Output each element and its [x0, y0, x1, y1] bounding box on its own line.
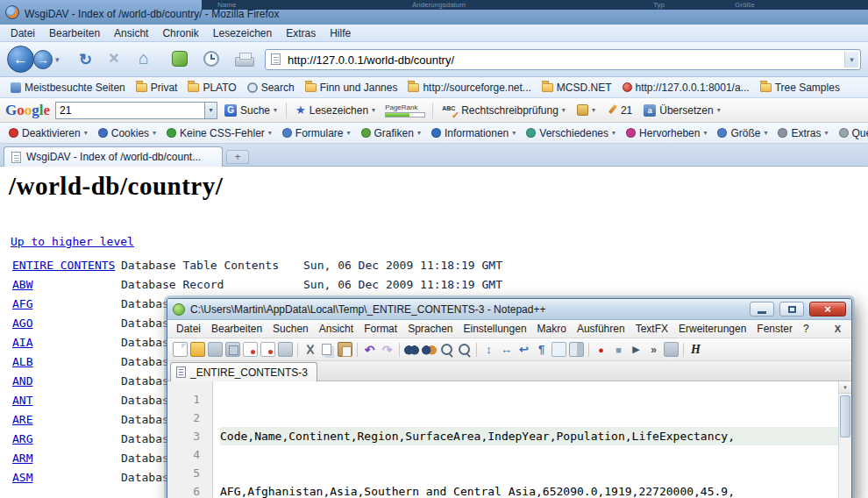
- close-file-icon[interactable]: [243, 342, 258, 357]
- menu-chronik[interactable]: Chronik: [155, 25, 205, 42]
- entry-link[interactable]: AFG: [12, 297, 32, 310]
- entry-link[interactable]: ARG: [12, 432, 32, 445]
- webdev-cookies[interactable]: Cookies▾: [93, 127, 161, 139]
- webdev-groesse[interactable]: Größe▾: [712, 127, 772, 139]
- webdev-extras[interactable]: Extras▾: [772, 127, 833, 139]
- npp-menu-ausfuehren[interactable]: Ausführen: [572, 323, 630, 335]
- print-icon[interactable]: [278, 342, 293, 357]
- html-preview-icon[interactable]: H: [688, 342, 703, 357]
- webdev-formulare[interactable]: Formulare▾: [277, 127, 356, 139]
- indent-guides-icon[interactable]: [551, 342, 566, 357]
- tab-wsgidav[interactable]: WsgiDAV - Index of /world-db/count...: [4, 146, 223, 167]
- npp-menu-help[interactable]: ?: [798, 323, 815, 335]
- vertical-scrollbar[interactable]: ▾: [838, 381, 851, 498]
- notepadpp-titlebar[interactable]: C:\Users\Martin\AppData\Local\Temp\_ENTI…: [167, 299, 851, 320]
- undo-icon[interactable]: ↶: [362, 342, 377, 357]
- webdev-grafiken[interactable]: Grafiken▾: [356, 127, 426, 139]
- bookmark-search[interactable]: Search: [242, 82, 300, 94]
- reload-button[interactable]: ↻: [79, 50, 92, 69]
- npp-menu-erweiterungen[interactable]: Erweiterungen: [673, 323, 751, 335]
- webdev-deaktivieren[interactable]: Deaktivieren▾: [4, 127, 93, 139]
- stop-button[interactable]: ×: [109, 48, 119, 68]
- stop-record-icon[interactable]: ■: [611, 342, 626, 357]
- forward-button[interactable]: →: [33, 50, 53, 69]
- zoom-in-icon[interactable]: [439, 342, 454, 357]
- maximize-button[interactable]: [779, 302, 804, 317]
- entry-link[interactable]: ALB: [12, 355, 32, 368]
- url-dropdown-button[interactable]: ▾: [844, 52, 858, 68]
- google-suche-button[interactable]: G Suche ▾: [220, 101, 281, 120]
- menu-extras[interactable]: Extras: [279, 25, 323, 42]
- menu-hilfe[interactable]: Hilfe: [323, 25, 358, 42]
- cut-icon[interactable]: [302, 342, 317, 357]
- entry-link[interactable]: ARM: [12, 452, 32, 465]
- google-search-dropdown[interactable]: ▾: [204, 102, 217, 119]
- close-all-icon[interactable]: [260, 342, 275, 357]
- zoom-out-icon[interactable]: [457, 342, 472, 357]
- sync-horizontal-icon[interactable]: ↔: [499, 342, 514, 357]
- google-lesezeichen-button[interactable]: ★ Lesezeichen ▾: [291, 101, 380, 120]
- translate-button[interactable]: a Übersetzen ▾: [639, 101, 724, 120]
- webdev-quelltext[interactable]: Quellte: [834, 127, 868, 139]
- npp-menu-close-x[interactable]: X: [835, 324, 848, 334]
- npp-menu-datei[interactable]: Datei: [171, 323, 206, 335]
- npp-menu-sprachen[interactable]: Sprachen: [402, 323, 458, 335]
- webdev-css[interactable]: Keine CSS-Fehler▾: [161, 127, 277, 139]
- replace-icon[interactable]: [422, 342, 437, 357]
- npp-menu-einstellungen[interactable]: Einstellungen: [459, 323, 532, 335]
- paste-icon[interactable]: [338, 342, 352, 357]
- redo-icon[interactable]: ↷: [380, 342, 395, 357]
- url-bar[interactable]: http://127.0.0.1/world-db/country/ ▾: [265, 49, 861, 70]
- entry-link[interactable]: AIA: [12, 336, 32, 349]
- menu-lesezeichen[interactable]: Lesezeichen: [206, 25, 279, 42]
- up-to-higher-level-link[interactable]: Up to higher level: [11, 235, 134, 248]
- pagerank-widget[interactable]: PageRank: [385, 103, 425, 117]
- url-text[interactable]: http://127.0.0.1/world-db/country/: [288, 53, 454, 67]
- webdev-verschiedenes[interactable]: Verschiedenes▾: [521, 127, 621, 139]
- menu-ansicht[interactable]: Ansicht: [107, 25, 155, 42]
- bookmark-localhost-8001[interactable]: http://127.0.0.1:8001/a...: [617, 82, 755, 94]
- entry-link[interactable]: ANT: [12, 394, 32, 407]
- bookmark-privat[interactable]: Privat: [131, 82, 183, 94]
- entry-link[interactable]: ARE: [12, 413, 32, 426]
- menu-bearbeiten[interactable]: Bearbeiten: [42, 25, 107, 42]
- editor-area[interactable]: 1 2 3 4 5 6 Code,Name,Continent,Region,S…: [167, 381, 851, 498]
- entry-link[interactable]: ASM: [12, 471, 32, 484]
- entry-link[interactable]: AGO: [12, 317, 32, 330]
- npp-menu-textfx[interactable]: TextFX: [630, 323, 673, 335]
- document-map-icon[interactable]: [569, 342, 584, 357]
- npp-menu-fenster[interactable]: Fenster: [751, 323, 798, 335]
- autofill-button[interactable]: ▾: [573, 101, 600, 120]
- counter-button[interactable]: 21: [602, 101, 637, 120]
- entry-link[interactable]: ABW: [12, 278, 32, 291]
- npp-tab-entire-contents[interactable]: _ENTIRE_CONTENTS-3: [170, 362, 317, 381]
- copy-icon[interactable]: [320, 342, 335, 357]
- play-macro-icon[interactable]: ▶: [629, 342, 644, 357]
- save-macro-icon[interactable]: [664, 342, 679, 357]
- npp-menu-ansicht[interactable]: Ansicht: [314, 323, 359, 335]
- back-button[interactable]: ←: [7, 46, 34, 73]
- new-file-icon[interactable]: [173, 342, 188, 357]
- bookmark-most-visited[interactable]: Meistbesuchte Seiten: [5, 82, 131, 94]
- home-button[interactable]: ⌂: [139, 48, 149, 68]
- close-button[interactable]: ×: [809, 302, 846, 317]
- record-macro-icon[interactable]: ●: [594, 342, 608, 357]
- entry-link[interactable]: ENTIRE CONTENTS: [12, 259, 115, 272]
- show-symbols-icon[interactable]: ¶: [534, 342, 549, 357]
- google-search-input[interactable]: [55, 102, 204, 119]
- code-text-area[interactable]: Code,Name,Continent,Region,SurfaceArea,I…: [213, 381, 851, 498]
- sync-vertical-icon[interactable]: ↕: [481, 342, 496, 357]
- scrollbar-thumb[interactable]: [840, 395, 850, 438]
- bookmark-plato[interactable]: PLATO: [182, 82, 241, 94]
- menu-datei[interactable]: Datei: [4, 25, 42, 42]
- bookmark-mcsd[interactable]: MCSD.NET: [537, 82, 617, 94]
- entry-link[interactable]: AND: [12, 374, 32, 388]
- open-file-icon[interactable]: [190, 342, 205, 357]
- print-button[interactable]: [235, 57, 254, 67]
- webdev-informationen[interactable]: Informationen▾: [426, 127, 521, 139]
- new-tab-button[interactable]: +: [226, 150, 249, 164]
- save-icon[interactable]: [208, 342, 223, 357]
- find-icon[interactable]: [404, 342, 419, 357]
- npp-menu-suchen[interactable]: Suchen: [267, 323, 314, 335]
- history-dropdown[interactable]: ▾: [55, 55, 60, 64]
